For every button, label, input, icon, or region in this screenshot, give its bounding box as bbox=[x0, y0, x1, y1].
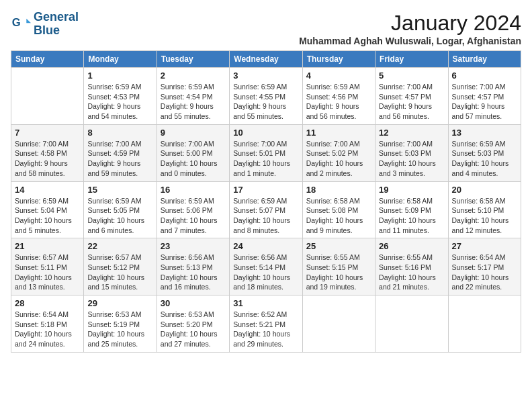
cell-daylight-info: Sunrise: 6:53 AMSunset: 5:20 PMDaylight:… bbox=[161, 310, 226, 349]
cell-daylight-info: Sunrise: 7:00 AMSunset: 5:03 PMDaylight:… bbox=[379, 139, 444, 179]
cell-daylight-info: Sunrise: 6:59 AMSunset: 5:05 PMDaylight:… bbox=[87, 196, 152, 236]
cell-daylight-info: Sunrise: 6:59 AMSunset: 4:55 PMDaylight:… bbox=[233, 82, 298, 122]
calendar-cell: 6Sunrise: 7:00 AMSunset: 4:57 PMDaylight… bbox=[448, 68, 521, 125]
calendar-cell: 27Sunrise: 6:54 AMSunset: 5:17 PMDayligh… bbox=[448, 238, 521, 295]
cell-date-number: 28 bbox=[15, 298, 80, 308]
calendar-cell: 16Sunrise: 6:59 AMSunset: 5:06 PMDayligh… bbox=[157, 181, 229, 238]
calendar-cell: 13Sunrise: 6:59 AMSunset: 5:03 PMDayligh… bbox=[448, 124, 521, 181]
cell-date-number: 23 bbox=[161, 241, 226, 251]
header-row: SundayMondayTuesdayWednesdayThursdayFrid… bbox=[11, 51, 521, 68]
cell-date-number: 21 bbox=[15, 241, 80, 251]
cell-date-number: 13 bbox=[452, 128, 517, 138]
cell-daylight-info: Sunrise: 6:57 AMSunset: 5:12 PMDaylight:… bbox=[87, 253, 152, 292]
cell-date-number: 29 bbox=[87, 298, 152, 308]
calendar-cell: 14Sunrise: 6:59 AMSunset: 5:04 PMDayligh… bbox=[11, 181, 84, 238]
cell-date-number: 7 bbox=[15, 128, 80, 138]
cell-date-number: 17 bbox=[233, 185, 298, 195]
cell-daylight-info: Sunrise: 6:55 AMSunset: 5:15 PMDaylight:… bbox=[306, 253, 371, 292]
header-day: Thursday bbox=[302, 51, 375, 68]
header-day: Wednesday bbox=[230, 51, 302, 68]
cell-daylight-info: Sunrise: 6:59 AMSunset: 4:54 PMDaylight:… bbox=[161, 82, 226, 122]
calendar-cell: 23Sunrise: 6:56 AMSunset: 5:13 PMDayligh… bbox=[157, 238, 229, 295]
calendar-cell: 12Sunrise: 7:00 AMSunset: 5:03 PMDayligh… bbox=[375, 124, 448, 181]
calendar-cell: 7Sunrise: 7:00 AMSunset: 4:58 PMDaylight… bbox=[11, 124, 84, 181]
cell-daylight-info: Sunrise: 6:54 AMSunset: 5:18 PMDaylight:… bbox=[15, 310, 80, 349]
subtitle: Muhammad Aghah Wuluswali, Logar, Afghani… bbox=[299, 36, 521, 46]
cell-date-number: 10 bbox=[233, 128, 298, 138]
calendar-cell: 18Sunrise: 6:58 AMSunset: 5:08 PMDayligh… bbox=[302, 181, 375, 238]
calendar-cell: 19Sunrise: 6:58 AMSunset: 5:09 PMDayligh… bbox=[375, 181, 448, 238]
calendar-cell bbox=[11, 68, 84, 125]
cell-daylight-info: Sunrise: 7:00 AMSunset: 4:57 PMDaylight:… bbox=[452, 82, 517, 122]
cell-daylight-info: Sunrise: 6:54 AMSunset: 5:17 PMDaylight:… bbox=[452, 253, 517, 292]
cell-daylight-info: Sunrise: 6:53 AMSunset: 5:19 PMDaylight:… bbox=[87, 310, 152, 349]
cell-daylight-info: Sunrise: 6:56 AMSunset: 5:14 PMDaylight:… bbox=[233, 253, 298, 292]
header-day: Saturday bbox=[448, 51, 521, 68]
cell-date-number: 24 bbox=[233, 241, 298, 251]
cell-date-number: 5 bbox=[379, 71, 444, 81]
calendar-cell: 29Sunrise: 6:53 AMSunset: 5:19 PMDayligh… bbox=[84, 295, 157, 353]
header-day: Friday bbox=[375, 51, 448, 68]
cell-date-number: 25 bbox=[306, 241, 371, 251]
calendar-cell: 3Sunrise: 6:59 AMSunset: 4:55 PMDaylight… bbox=[230, 68, 302, 125]
calendar-cell: 25Sunrise: 6:55 AMSunset: 5:15 PMDayligh… bbox=[302, 238, 375, 295]
cell-date-number: 12 bbox=[379, 128, 444, 138]
cell-daylight-info: Sunrise: 6:52 AMSunset: 5:21 PMDaylight:… bbox=[233, 310, 298, 349]
cell-daylight-info: Sunrise: 6:59 AMSunset: 5:06 PMDaylight:… bbox=[161, 196, 226, 236]
cell-daylight-info: Sunrise: 6:56 AMSunset: 5:13 PMDaylight:… bbox=[161, 253, 226, 292]
cell-date-number: 18 bbox=[306, 185, 371, 195]
calendar-cell: 21Sunrise: 6:57 AMSunset: 5:11 PMDayligh… bbox=[11, 238, 84, 295]
cell-daylight-info: Sunrise: 7:00 AMSunset: 5:01 PMDaylight:… bbox=[233, 139, 298, 179]
cell-date-number: 1 bbox=[87, 71, 152, 81]
calendar-cell: 15Sunrise: 6:59 AMSunset: 5:05 PMDayligh… bbox=[84, 181, 157, 238]
calendar-cell: 9Sunrise: 7:00 AMSunset: 5:00 PMDaylight… bbox=[157, 124, 229, 181]
cell-date-number: 3 bbox=[233, 71, 298, 81]
month-title: January 2024 bbox=[299, 11, 521, 36]
cell-daylight-info: Sunrise: 6:59 AMSunset: 5:03 PMDaylight:… bbox=[452, 139, 517, 179]
calendar-cell: 10Sunrise: 7:00 AMSunset: 5:01 PMDayligh… bbox=[230, 124, 302, 181]
week-row: 21Sunrise: 6:57 AMSunset: 5:11 PMDayligh… bbox=[11, 238, 521, 295]
cell-date-number: 16 bbox=[161, 185, 226, 195]
title-block: January 2024 Muhammad Aghah Wuluswali, L… bbox=[299, 11, 521, 46]
calendar-cell: 20Sunrise: 6:58 AMSunset: 5:10 PMDayligh… bbox=[448, 181, 521, 238]
cell-date-number: 19 bbox=[379, 185, 444, 195]
cell-date-number: 22 bbox=[87, 241, 152, 251]
cell-date-number: 20 bbox=[452, 185, 517, 195]
week-row: 7Sunrise: 7:00 AMSunset: 4:58 PMDaylight… bbox=[11, 124, 521, 181]
header-day: Tuesday bbox=[157, 51, 229, 68]
week-row: 14Sunrise: 6:59 AMSunset: 5:04 PMDayligh… bbox=[11, 181, 521, 238]
cell-daylight-info: Sunrise: 6:58 AMSunset: 5:08 PMDaylight:… bbox=[306, 196, 371, 236]
cell-date-number: 9 bbox=[161, 128, 226, 138]
calendar-cell: 22Sunrise: 6:57 AMSunset: 5:12 PMDayligh… bbox=[84, 238, 157, 295]
calendar-cell: 4Sunrise: 6:59 AMSunset: 4:56 PMDaylight… bbox=[302, 68, 375, 125]
week-row: 28Sunrise: 6:54 AMSunset: 5:18 PMDayligh… bbox=[11, 295, 521, 353]
cell-daylight-info: Sunrise: 6:57 AMSunset: 5:11 PMDaylight:… bbox=[15, 253, 80, 292]
header-day: Monday bbox=[84, 51, 157, 68]
svg-marker-1 bbox=[26, 18, 31, 23]
calendar-cell bbox=[375, 295, 448, 353]
cell-daylight-info: Sunrise: 6:59 AMSunset: 5:07 PMDaylight:… bbox=[233, 196, 298, 236]
calendar-cell: 31Sunrise: 6:52 AMSunset: 5:21 PMDayligh… bbox=[230, 295, 302, 353]
cell-daylight-info: Sunrise: 6:58 AMSunset: 5:09 PMDaylight:… bbox=[379, 196, 444, 236]
cell-daylight-info: Sunrise: 6:59 AMSunset: 5:04 PMDaylight:… bbox=[15, 196, 80, 236]
calendar-cell: 28Sunrise: 6:54 AMSunset: 5:18 PMDayligh… bbox=[11, 295, 84, 353]
calendar-cell: 24Sunrise: 6:56 AMSunset: 5:14 PMDayligh… bbox=[230, 238, 302, 295]
cell-date-number: 6 bbox=[452, 71, 517, 81]
logo-icon: G bbox=[11, 14, 31, 34]
calendar-cell: 2Sunrise: 6:59 AMSunset: 4:54 PMDaylight… bbox=[157, 68, 229, 125]
cell-daylight-info: Sunrise: 7:00 AMSunset: 5:02 PMDaylight:… bbox=[306, 139, 371, 179]
calendar-cell: 1Sunrise: 6:59 AMSunset: 4:53 PMDaylight… bbox=[84, 68, 157, 125]
header-day: Sunday bbox=[11, 51, 84, 68]
cell-date-number: 26 bbox=[379, 241, 444, 251]
calendar-cell bbox=[302, 295, 375, 353]
cell-daylight-info: Sunrise: 7:00 AMSunset: 5:00 PMDaylight:… bbox=[161, 139, 226, 179]
cell-date-number: 8 bbox=[87, 128, 152, 138]
calendar-cell: 5Sunrise: 7:00 AMSunset: 4:57 PMDaylight… bbox=[375, 68, 448, 125]
week-row: 1Sunrise: 6:59 AMSunset: 4:53 PMDaylight… bbox=[11, 68, 521, 125]
cell-date-number: 15 bbox=[87, 185, 152, 195]
calendar-cell: 26Sunrise: 6:55 AMSunset: 5:16 PMDayligh… bbox=[375, 238, 448, 295]
cell-date-number: 2 bbox=[161, 71, 226, 81]
cell-date-number: 4 bbox=[306, 71, 371, 81]
cell-date-number: 11 bbox=[306, 128, 371, 138]
cell-daylight-info: Sunrise: 7:00 AMSunset: 4:58 PMDaylight:… bbox=[15, 139, 80, 179]
